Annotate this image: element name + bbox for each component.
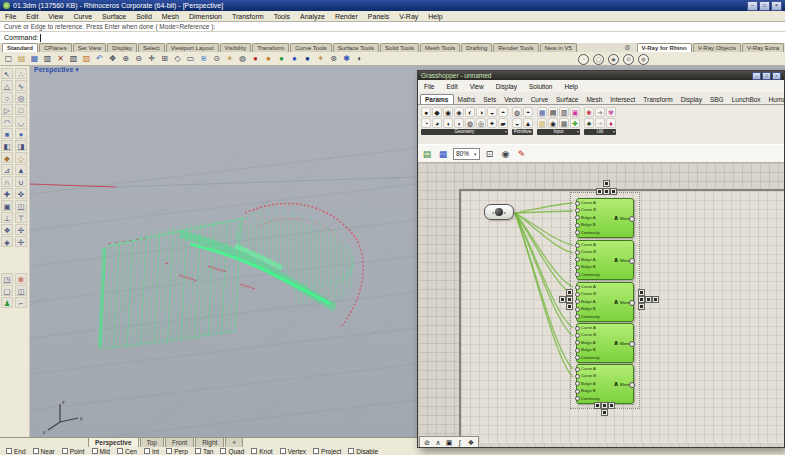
panel-group-label[interactable]: Input▾ [537,129,580,135]
collapsed-widget[interactable] [639,297,644,302]
blend-curve-node[interactable]: Curve ACurve BBulge ABulge BContinuity ∧… [576,364,634,404]
osnap-checkbox[interactable] [6,448,12,454]
osnap-item[interactable]: Point [62,448,85,455]
menu-item[interactable]: View [43,13,68,20]
grasshopper-title-bar[interactable]: Grasshopper - unnamed –□× [418,71,784,80]
component-tab[interactable]: Human [765,95,784,104]
component-icon[interactable]: ◎ [476,118,486,128]
node-input-label[interactable]: Bulge B [581,348,611,352]
viewport-label[interactable]: Perspective ▾ [34,66,79,74]
menu-item[interactable]: Render [330,13,363,20]
node-input-label[interactable]: Curve A [581,243,611,247]
side-tool-icon[interactable]: ∪ [15,176,27,187]
node-input-label[interactable]: Bulge A [581,258,611,262]
menu-item[interactable]: Surface [97,13,131,20]
collapsed-widget[interactable] [604,181,609,186]
menu-item[interactable]: Help [423,13,447,20]
viewport-tab[interactable]: Top [140,437,164,447]
viewport-tab[interactable]: Perspective [88,437,139,447]
component-icon[interactable]: ✾ [606,107,616,117]
zoom-extents-icon[interactable]: ⊡ [484,148,496,160]
node-input-label[interactable]: Bulge B [581,389,611,393]
side-tool-icon[interactable]: ○ [1,92,13,103]
preview-eye-icon[interactable]: ◉ [500,148,512,160]
component-icon[interactable]: ◓ [498,107,508,117]
toolbar-tab[interactable]: Solid Tools [380,43,419,52]
node-input-label[interactable]: Bulge B [581,265,611,269]
side-tool-icon[interactable]: ▣ [1,200,13,211]
osnap-item[interactable]: Vertex [280,448,306,455]
osnap-item[interactable]: Tan [195,448,213,455]
node-input-label[interactable]: Continuity [581,397,611,401]
toolbar-icon[interactable]: ● [249,53,262,64]
component-tab[interactable]: Surface [552,95,582,104]
toolbar-icon[interactable]: ▨ [80,53,93,64]
side-tool-icon[interactable]: ⊿ [1,164,13,175]
menu-item[interactable]: Solid [131,13,157,20]
side-tool-icon[interactable]: ∴ [15,68,27,79]
side-tool-icon[interactable]: ∩ [1,176,13,187]
grasshopper-canvas[interactable]: ◂ ▸ Curve ACurve BBulge ABulge BContinui… [418,163,784,448]
menu-item[interactable]: Analyze [295,13,330,20]
component-icon[interactable]: ◒ [512,118,522,128]
window-button[interactable]: □ [759,1,770,11]
toolbar-icon[interactable]: ▤ [15,53,28,64]
component-icon[interactable]: ◖ [443,118,453,128]
sketch-pen-icon[interactable]: ✎ [516,148,528,160]
component-icon[interactable]: ▥ [559,107,569,117]
toolbar-icon[interactable]: ▦ [28,53,41,64]
window-button[interactable]: × [772,72,781,80]
node-input-label[interactable]: Curve B [581,208,611,212]
toolbar-icon[interactable]: ▭ [184,53,197,64]
component-icon[interactable]: ◍ [465,118,475,128]
component-icon[interactable]: ➜ [595,107,605,117]
osnap-checkbox[interactable] [251,448,257,454]
toolbar-icon[interactable]: ✥ [106,53,119,64]
component-tab[interactable]: Curve [527,95,552,104]
component-icon[interactable]: ▩ [559,118,569,128]
component-icon[interactable]: ◒ [487,107,497,117]
node-input-label[interactable]: Bulge A [581,382,611,386]
collapsed-widget[interactable] [609,403,614,408]
side-tool-icon[interactable]: ▲ [15,164,27,175]
vray-icon[interactable]: ◔ [578,54,589,65]
collapsed-widget[interactable] [639,304,644,309]
side-tool-icon[interactable]: ◆ [1,152,13,163]
component-icon[interactable]: ◉ [443,107,453,117]
node-output[interactable]: ∧Blend [611,283,633,321]
side-tool-icon[interactable]: ❖ [1,224,13,235]
toolbar-icon[interactable]: ✦ [314,53,327,64]
component-tab[interactable]: Transform [639,95,676,104]
rhino-command-line[interactable]: Command: [0,31,785,43]
menu-item[interactable]: V-Ray [394,13,423,20]
toolbar-icon[interactable]: ⊖ [132,53,145,64]
node-output[interactable]: ∧Blend [611,365,633,403]
menu-item[interactable]: Display [490,83,523,90]
component-icon[interactable]: ◕ [432,118,442,128]
component-icon[interactable]: ◔ [421,118,431,128]
side-tool-icon[interactable]: ⊗ [15,273,27,284]
side-tool-icon[interactable]: ■ [1,128,13,139]
gear-icon[interactable]: ⚙ [624,44,630,52]
node-input-label[interactable]: Bulge A [581,341,611,345]
menu-item[interactable]: File [0,13,21,20]
component-icon[interactable]: ▲ [523,118,533,128]
side-tool-icon[interactable]: ◧ [1,140,13,151]
component-tab[interactable]: Vector [500,95,526,104]
osnap-item[interactable]: Mid [92,448,110,455]
vray-toolbar-tab[interactable]: V-Ray Objects [693,43,741,52]
toolbar-icon[interactable]: ↶ [93,53,106,64]
window-button[interactable]: × [771,1,782,11]
component-icon[interactable]: ❀ [584,107,594,117]
component-icon[interactable]: ◉ [548,118,558,128]
blend-curve-node[interactable]: Curve ACurve BBulge ABulge BContinuity ∧… [576,323,634,363]
node-output[interactable]: ∧Blend [611,199,633,237]
component-icon[interactable]: ◓ [523,107,533,117]
side-tool-icon[interactable]: ◨ [15,140,27,151]
vray-toolbar-tab[interactable]: V-Ray Extra [742,43,784,52]
window-button[interactable]: □ [762,72,771,80]
osnap-checkbox[interactable] [195,448,201,454]
toolbar-icon[interactable]: ● [288,53,301,64]
side-tool-icon[interactable]: ✚ [1,188,13,199]
node-input-label[interactable]: Curve A [581,326,611,330]
